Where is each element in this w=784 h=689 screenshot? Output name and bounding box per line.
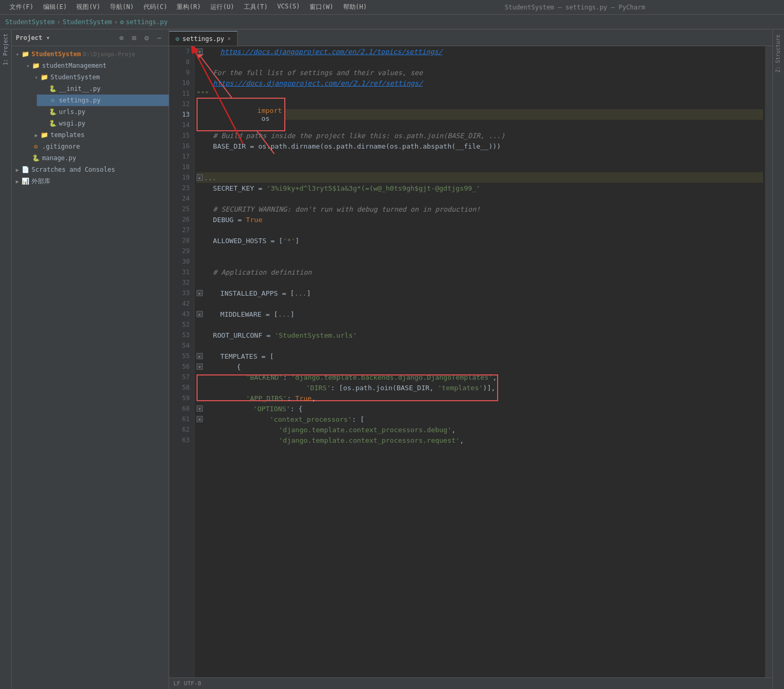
line-num-13: 13 xyxy=(169,109,194,120)
title-bar: 文件(F) 编辑(E) 视图(V) 导航(N) 代码(C) 重构(R) 运行(U… xyxy=(0,0,784,15)
tree-item-sm[interactable]: ▾ 📁 studentManagement xyxy=(20,60,169,71)
tree-arrow-manage xyxy=(24,154,32,162)
code-text-61a xyxy=(204,415,270,423)
settings-file-icon: ⚙ xyxy=(120,18,123,26)
menu-vcs[interactable]: VCS(S) xyxy=(273,2,304,13)
tree-item-manage[interactable]: 🐍 manage.py xyxy=(20,152,169,164)
code-str-dirs: 'DIRS' xyxy=(306,384,331,392)
menu-tools[interactable]: 工具(T) xyxy=(240,2,272,13)
breadcrumb-studentsystem2[interactable]: StudentSystem xyxy=(63,18,112,26)
code-line-55: ▸ TEMPLATES = [ xyxy=(197,351,763,361)
code-line-13: import os xyxy=(197,109,763,120)
line-num-63: 63 xyxy=(169,435,194,445)
right-sidebar: Z: Structure xyxy=(772,29,784,689)
code-text-11: """ xyxy=(197,90,209,98)
fold-marker-33[interactable]: ▸ xyxy=(197,290,203,296)
code-bracket-28: ] xyxy=(295,237,300,245)
menu-code[interactable]: 代码(C) xyxy=(139,2,172,13)
fold-marker-61[interactable]: ▾ xyxy=(197,416,203,422)
tree-label-wsgi: wsgi.py xyxy=(59,120,86,127)
fold-marker-19[interactable]: ▸ xyxy=(197,174,203,181)
layout-icon[interactable]: ⊞ xyxy=(129,33,139,43)
line-num-25: 25 xyxy=(169,204,194,214)
line-num-32: 32 xyxy=(169,277,194,288)
line-num-55: 55 xyxy=(169,351,194,361)
fold-marker-55[interactable]: ▸ xyxy=(197,353,203,359)
menu-bar: 文件(F) 编辑(E) 视图(V) 导航(N) 代码(C) 重构(R) 运行(U… xyxy=(5,2,371,13)
link-10[interactable]: https://docs.djangoproject.com/en/2.1/re… xyxy=(213,79,422,87)
link-7[interactable]: https://docs.djangoproject.com/en/2.1/to… xyxy=(220,48,442,56)
gear-icon[interactable]: ⚙ xyxy=(141,33,152,43)
tree-label-scratches: Scratches and Consoles xyxy=(32,166,115,173)
code-close-58: )], xyxy=(483,384,495,392)
editor[interactable]: 7 8 9 10 11 12 13 14 15 16 17 18 19 23 2… xyxy=(169,46,772,677)
project-panel-title: Project ▾ xyxy=(16,34,114,41)
code-line-59: 'APP_DIRS': True, xyxy=(197,393,763,403)
tree-item-external[interactable]: ▶ 📊 外部库 xyxy=(12,175,169,187)
tree-item-templates[interactable]: ▶ 📁 templates xyxy=(28,129,169,141)
code-line-30 xyxy=(197,256,763,267)
fold-marker-60[interactable]: ▾ xyxy=(197,405,203,412)
code-text-62a xyxy=(197,426,279,434)
project-panel-tab[interactable]: 1: Project xyxy=(2,32,9,67)
add-icon[interactable]: ⊕ xyxy=(116,33,127,43)
code-key-26: DEBUG = xyxy=(197,216,246,224)
code-area[interactable]: ▾ https://docs.djangoproject.com/en/2.1/… xyxy=(194,46,765,677)
code-line-63: 'django.template.context_processors.requ… xyxy=(197,435,763,445)
minimize-icon[interactable]: − xyxy=(154,33,164,43)
tree-arrow-sm: ▾ xyxy=(24,62,32,69)
tab-settings[interactable]: ⚙ settings.py × xyxy=(169,31,238,46)
code-line-27 xyxy=(197,225,763,235)
tab-close-icon[interactable]: × xyxy=(228,35,231,42)
code-text-19: ... xyxy=(204,174,216,182)
code-text-60a xyxy=(204,405,253,413)
menu-run[interactable]: 运行(U) xyxy=(206,2,239,13)
tree-item-ss[interactable]: ▾ 📁 StudentSystem xyxy=(28,71,169,83)
tree-item-settings[interactable]: ⚙ settings.py xyxy=(37,95,169,106)
menu-file[interactable]: 文件(F) xyxy=(5,2,38,13)
tree-label-urls: urls.py xyxy=(59,108,86,116)
line-num-27: 27 xyxy=(169,225,194,235)
tab-settings-label: settings.py xyxy=(182,35,224,43)
code-colon-58: : [os.path.join(BASE_DIR, xyxy=(331,384,438,392)
menu-refactor[interactable]: 重构(R) xyxy=(172,2,205,13)
fold-marker-43[interactable]: ▸ xyxy=(197,311,203,317)
tree-arrow-templates: ▶ xyxy=(33,131,40,139)
tree-arrow-gitignore xyxy=(24,143,32,150)
menu-edit[interactable]: 编辑(E) xyxy=(39,2,71,13)
menu-view[interactable]: 视图(V) xyxy=(72,2,105,13)
line-num-54: 54 xyxy=(169,340,194,351)
fold-marker-7[interactable]: ▾ xyxy=(197,48,203,55)
tree-item-wsgi[interactable]: 🐍 wsgi.py xyxy=(37,118,169,129)
code-text-15: # Build paths inside the project like th… xyxy=(197,132,505,140)
line-num-17: 17 xyxy=(169,151,194,162)
line-num-23: 23 xyxy=(169,183,194,193)
breadcrumb-studentsystem1[interactable]: StudentSystem xyxy=(5,18,55,26)
line-num-29: 29 xyxy=(169,246,194,256)
code-bracket-43: ] xyxy=(290,310,294,318)
tree-item-init[interactable]: 🐍 __init__.py xyxy=(37,83,169,95)
tree-item-urls[interactable]: 🐍 urls.py xyxy=(37,106,169,118)
fold-marker-56[interactable]: ▾ xyxy=(197,363,203,370)
code-val-23: '3%i9ky+d^l3ryt5$1a&3g*(=(w@_h0ts9gh$gjt… xyxy=(266,184,480,192)
structure-tab[interactable]: Z: Structure xyxy=(774,32,783,76)
code-key-53: ROOT_URLCONF = xyxy=(197,331,275,339)
project-panel-header: Project ▾ ⊕ ⊞ ⚙ − xyxy=(12,29,169,46)
menu-nav[interactable]: 导航(N) xyxy=(106,2,138,13)
tree-label-gitignore: .gitignore xyxy=(42,143,80,150)
window-title: StudentSystem – settings.py – PyCharm xyxy=(371,4,779,11)
tree-item-gitignore[interactable]: ⚙ .gitignore xyxy=(20,141,169,152)
code-val-33: ... xyxy=(294,289,306,297)
tree-item-root[interactable]: ▾ 📁 StudentSystem D:\Django-Proje xyxy=(12,48,169,60)
tree-item-scratches[interactable]: ▶ 📄 Scratches and Consoles xyxy=(12,164,169,175)
left-panel-strip: 1: Project xyxy=(0,29,12,689)
line-num-12: 12 xyxy=(169,99,194,109)
code-val-dirs: 'templates' xyxy=(438,384,483,392)
menu-window[interactable]: 窗口(W) xyxy=(305,2,338,13)
code-line-62: 'django.template.context_processors.debu… xyxy=(197,424,763,435)
menu-help[interactable]: 帮助(H) xyxy=(339,2,372,13)
code-line-33: ▸ INSTALLED_APPS = [...] xyxy=(197,288,763,298)
breadcrumb-settings[interactable]: settings.py xyxy=(126,18,168,26)
code-colon-60: : { xyxy=(290,405,302,413)
line-num-8: 8 xyxy=(169,57,194,67)
